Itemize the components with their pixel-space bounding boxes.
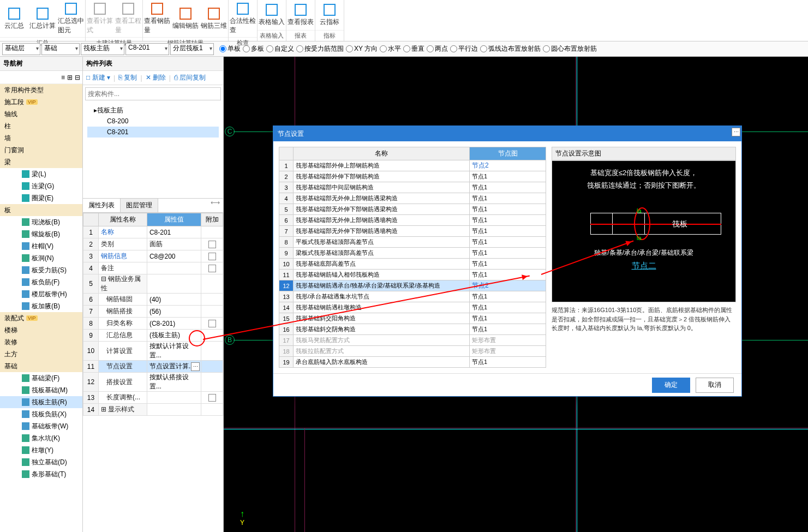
complist-删除[interactable]: ✕ 删除 <box>146 73 166 82</box>
ribbon-查看计算式[interactable]: 查看计算式 <box>86 0 114 37</box>
prop-row-钢筋锚固[interactable]: 6 钢筋锚固(40) <box>83 294 223 306</box>
prop-row-钢筋信息[interactable]: 3钢筋信息C8@200 <box>83 250 223 262</box>
node-row-12[interactable]: 12筏形基础钢筋遇承台/独基/承台梁/基础联系梁/条基构造节点2⋯ <box>279 280 546 291</box>
nav-条形基础(T)[interactable]: 条形基础(T) <box>0 468 82 480</box>
nav-常用构件类型[interactable]: 常用构件类型 <box>0 84 82 96</box>
nav-施工段[interactable]: 施工段VIP <box>0 96 82 108</box>
expand-icon[interactable]: ⟷ <box>207 199 223 212</box>
nav-tool-icon[interactable]: ⊟ <box>75 74 80 81</box>
nav-梁[interactable]: 梁 <box>0 156 82 168</box>
component-search-input[interactable] <box>85 87 221 100</box>
nav-集水坑(K)[interactable]: 集水坑(K) <box>0 432 82 444</box>
complist-新建[interactable]: □ 新建 ▾ <box>86 73 110 82</box>
node-row-13[interactable]: 13筏形/承台基础遇集水坑节点节点1 <box>279 291 546 302</box>
ribbon-云汇总[interactable]: 云汇总 <box>0 0 28 37</box>
nav-板加腋(B)[interactable]: 板加腋(B) <box>0 300 82 312</box>
nav-梁(L)[interactable]: 梁(L) <box>0 168 82 180</box>
ellipsis-button[interactable]: ⋯ <box>191 362 200 371</box>
ribbon-查看报表[interactable]: 查看报表 <box>286 0 315 30</box>
ribbon-表格输入[interactable]: 表格输入 <box>258 0 286 30</box>
nav-柱[interactable]: 柱 <box>0 120 82 132</box>
radio-单板[interactable]: 单板 <box>219 44 241 53</box>
complist-复制[interactable]: ⎘ 复制 <box>118 73 137 82</box>
nav-装修[interactable]: 装修 <box>0 336 82 348</box>
radio-多板[interactable]: 多板 <box>243 44 264 53</box>
node-row-16[interactable]: 16筏形基础斜交阴角构造节点1 <box>279 324 546 335</box>
node-row-4[interactable]: 4筏形基础端部无外伸上部钢筋遇梁构造节点1 <box>279 193 546 204</box>
node-row-1[interactable]: 1筏形基础端部外伸上部钢筋构造节点2 <box>279 160 546 171</box>
radio-按受力筋范围[interactable]: 按受力筋范围 <box>296 44 344 53</box>
radio-圆心布置放射筋[interactable]: 圆心布置放射筋 <box>543 44 597 53</box>
nav-板受力筋(S)[interactable]: 板受力筋(S) <box>0 264 82 276</box>
nav-独立基础(D)[interactable]: 独立基础(D) <box>0 456 82 468</box>
node-row-9[interactable]: 9梁板式筏形基础顶部高差节点节点1 <box>279 248 546 259</box>
combo-4[interactable]: 分层筏板1 <box>170 43 214 55</box>
radio-自定义[interactable]: 自定义 <box>266 44 294 53</box>
prop-row-归类名称[interactable]: 8 归类名称(C8-201) <box>83 318 223 330</box>
ribbon-合法性检查[interactable]: 合法性检查 <box>229 0 257 37</box>
complist-层间复制[interactable]: ⎙ 层间复制 <box>174 73 206 82</box>
nav-墙[interactable]: 墙 <box>0 132 82 144</box>
ribbon-查看钢筋量[interactable]: 查看钢筋量 <box>143 0 171 37</box>
component-tree-root[interactable]: ▸ 筏板主筋 <box>87 105 219 116</box>
nav-基础[interactable]: 基础 <box>0 360 82 372</box>
node-row-8[interactable]: 8平板式筏形基础顶部高差节点节点1 <box>279 237 546 248</box>
ribbon-查看工程量[interactable]: 查看工程量 <box>114 0 142 37</box>
cancel-button[interactable]: 取消 <box>696 378 734 393</box>
prop-row-类别[interactable]: 2类别面筋 <box>83 238 223 250</box>
nav-现浇板(B)[interactable]: 现浇板(B) <box>0 216 82 228</box>
nav-装配式[interactable]: 装配式VIP <box>0 312 82 324</box>
node-link[interactable]: 节点二 <box>558 261 730 271</box>
nav-门窗洞[interactable]: 门窗洞 <box>0 144 82 156</box>
component-C8-201[interactable]: C8-201 <box>87 127 219 138</box>
radio-XY 方向[interactable]: XY 方向 <box>346 44 378 53</box>
nav-楼梯[interactable]: 楼梯 <box>0 324 82 336</box>
radio-弧线边布置放射筋[interactable]: 弧线边布置放射筋 <box>480 44 541 53</box>
nav-楼层板带(H)[interactable]: 楼层板带(H) <box>0 288 82 300</box>
nav-土方[interactable]: 土方 <box>0 348 82 360</box>
nav-板[interactable]: 板 <box>0 204 82 216</box>
nav-tool-icon[interactable]: ≡ <box>61 74 65 81</box>
node-row-2[interactable]: 2筏形基础端部外伸下部钢筋构造节点1 <box>279 171 546 182</box>
ribbon-云指标[interactable]: 云指标 <box>315 0 344 30</box>
tab-properties[interactable]: 属性列表 <box>83 199 121 212</box>
prop-row-备注[interactable]: 4备注 <box>83 262 223 274</box>
node-row-11[interactable]: 11筏形基础钢筋锚入相邻筏板构造节点1 <box>279 270 546 280</box>
node-row-5[interactable]: 5筏形基础端部无外伸下部钢筋遇梁构造节点1 <box>279 204 546 215</box>
node-row-15[interactable]: 15筏形基础斜交阳角构造节点1 <box>279 313 546 324</box>
ribbon-编辑钢筋[interactable]: 编辑钢筋 <box>171 0 200 37</box>
nav-柱墩(Y)[interactable]: 柱墩(Y) <box>0 444 82 456</box>
prop-row-长度调整(...[interactable]: 13 长度调整(... <box>83 392 223 404</box>
ellipsis-button[interactable]: ⋯ <box>732 128 740 136</box>
nav-轴线[interactable]: 轴线 <box>0 108 82 120</box>
node-row-14[interactable]: 14筏形基础钢筋遇柱墩构造节点1 <box>279 302 546 313</box>
nav-圈梁(E)[interactable]: 圈梁(E) <box>0 192 82 204</box>
node-row-3[interactable]: 3筏形基础端部中间层钢筋构造节点1 <box>279 182 546 193</box>
tab-layers[interactable]: 图层管理 <box>121 199 158 212</box>
radio-水平[interactable]: 水平 <box>380 44 401 53</box>
nav-板负筋(F)[interactable]: 板负筋(F) <box>0 276 82 288</box>
prop-row-显示样式[interactable]: 14⊞ 显示样式 <box>83 404 223 416</box>
prop-row-名称[interactable]: 1名称C8-201 <box>83 226 223 238</box>
radio-平行边[interactable]: 平行边 <box>450 44 478 53</box>
ribbon-钢筋三维[interactable]: 钢筋三维 <box>200 0 228 37</box>
prop-row-搭接设置[interactable]: 12 搭接设置按默认搭接设置... <box>83 373 223 392</box>
radio-两点[interactable]: 两点 <box>427 44 448 53</box>
nav-筏板主筋(R)[interactable]: 筏板主筋(R) <box>0 396 82 408</box>
nav-筏板基础(M)[interactable]: 筏板基础(M) <box>0 384 82 396</box>
prop-row-钢筋搭接[interactable]: 7 钢筋搭接(56) <box>83 306 223 318</box>
ribbon-汇总计算[interactable]: 汇总计算 <box>28 0 57 37</box>
combo-0[interactable]: 基础层 <box>2 43 40 55</box>
node-row-19[interactable]: 19承台底筋锚入防水底板构造节点1 <box>279 357 546 368</box>
node-row-10[interactable]: 10筏形基础底部高差节点节点1 <box>279 259 546 270</box>
nav-螺旋板(B)[interactable]: 螺旋板(B) <box>0 228 82 240</box>
combo-3[interactable]: C8-201 <box>125 43 169 55</box>
prop-row-节点设置[interactable]: 11 节点设置节点设置计算...⋯ <box>83 361 223 373</box>
prop-row-钢筋业务属性[interactable]: 5⊟ 钢筋业务属性 <box>83 274 223 294</box>
node-row-6[interactable]: 6筏形基础端部无外伸上部钢筋遇墙构造节点1 <box>279 215 546 226</box>
combo-2[interactable]: 筏板主筋 <box>81 43 124 55</box>
node-row-7[interactable]: 7筏形基础端部无外伸下部钢筋遇墙构造节点1 <box>279 226 546 237</box>
nav-板洞(N)[interactable]: 板洞(N) <box>0 252 82 264</box>
radio-垂直[interactable]: 垂直 <box>403 44 424 53</box>
combo-1[interactable]: 基础 <box>41 43 80 55</box>
